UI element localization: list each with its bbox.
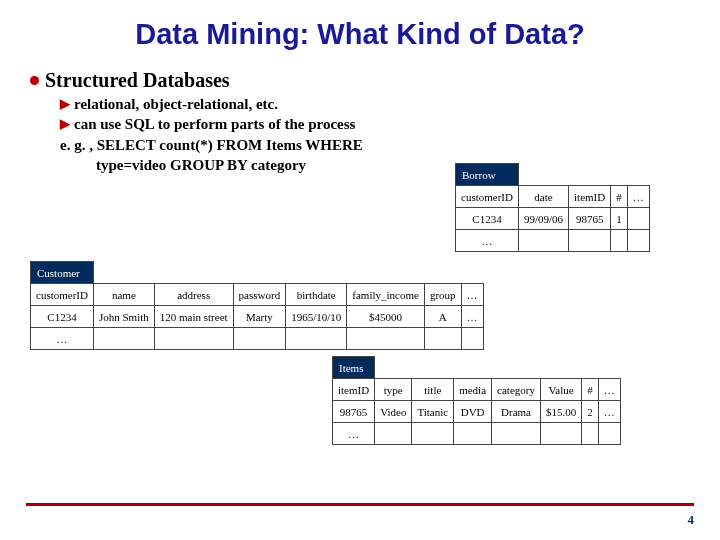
table-cell: C1234 <box>456 208 519 230</box>
table-cell: 120 main street <box>154 306 233 328</box>
table-header-cell: # <box>582 379 599 401</box>
table-row: … <box>31 328 484 350</box>
table-cell <box>375 423 412 445</box>
table-row: … <box>333 423 621 445</box>
table-header-cell: date <box>518 186 568 208</box>
table-header-cell: category <box>492 379 541 401</box>
arrow-icon: ▶ <box>60 95 70 113</box>
borrow-table: Borrow customerID date itemID # … C1234 … <box>455 163 650 252</box>
table-cell <box>233 328 286 350</box>
table-cell: 98765 <box>569 208 611 230</box>
table-cell <box>540 423 581 445</box>
table-cell: … <box>456 230 519 252</box>
table-cell <box>627 230 649 252</box>
sub-bullet: ▶ relational, object-relational, etc. <box>60 94 690 114</box>
table-cell <box>424 328 461 350</box>
table-header-cell: customerID <box>31 284 94 306</box>
table-header-cell: birthdate <box>286 284 347 306</box>
table-header-cell: … <box>598 379 620 401</box>
sub-bullet: ▶ can use SQL to perform parts of the pr… <box>60 114 690 134</box>
main-bullet-text: Structured Databases <box>45 69 230 92</box>
table-header-cell: name <box>93 284 154 306</box>
table-cell <box>492 423 541 445</box>
content-area: Structured Databases ▶ relational, objec… <box>0 51 720 175</box>
table-cell: Titanic <box>412 401 454 423</box>
example-line-1: e. g. , SELECT count(*) FROM Items WHERE <box>60 135 690 155</box>
table-row: … <box>456 230 650 252</box>
table-cell: Video <box>375 401 412 423</box>
tables-diagram: Borrow customerID date itemID # … C1234 … <box>0 181 720 481</box>
table-cell <box>611 230 628 252</box>
slide-title: Data Mining: What Kind of Data? <box>0 18 720 51</box>
table-cell: $15.00 <box>540 401 581 423</box>
table-cell: John Smith <box>93 306 154 328</box>
table-cell <box>154 328 233 350</box>
main-bullet: Structured Databases <box>30 69 690 92</box>
arrow-icon: ▶ <box>60 115 70 133</box>
bullet-dot-icon <box>30 76 39 85</box>
table-header-cell: group <box>424 284 461 306</box>
table-name-cell: Items <box>333 357 375 379</box>
table-cell: … <box>598 401 620 423</box>
table-header-row: itemID type title media category Value #… <box>333 379 621 401</box>
sub-bullet-list: ▶ relational, object-relational, etc. ▶ … <box>60 94 690 135</box>
table-cell: 1 <box>611 208 628 230</box>
table-header-cell: … <box>627 186 649 208</box>
table-header-cell: itemID <box>569 186 611 208</box>
table-header-cell: Value <box>540 379 581 401</box>
table-cell: Marty <box>233 306 286 328</box>
table-cell: DVD <box>454 401 492 423</box>
table-cell <box>627 208 649 230</box>
table-name-cell: Borrow <box>456 164 519 186</box>
table-header-row: customerID name address password birthda… <box>31 284 484 306</box>
table-header-cell: itemID <box>333 379 375 401</box>
table-header-cell: password <box>233 284 286 306</box>
sub-bullet-text: can use SQL to perform parts of the proc… <box>74 114 355 134</box>
table-cell: 99/09/06 <box>518 208 568 230</box>
table-cell: Drama <box>492 401 541 423</box>
footer-divider <box>26 503 694 506</box>
table-header-cell: … <box>461 284 483 306</box>
table-header-cell: customerID <box>456 186 519 208</box>
table-cell: 98765 <box>333 401 375 423</box>
table-header-row: customerID date itemID # … <box>456 186 650 208</box>
customer-table: Customer customerID name address passwor… <box>30 261 484 350</box>
table-cell <box>582 423 599 445</box>
table-header-cell: family_income <box>347 284 425 306</box>
table-cell: … <box>31 328 94 350</box>
table-cell <box>454 423 492 445</box>
table-cell: 1965/10/10 <box>286 306 347 328</box>
table-cell <box>461 328 483 350</box>
items-table: Items itemID type title media category V… <box>332 356 621 445</box>
table-row: 98765 Video Titanic DVD Drama $15.00 2 … <box>333 401 621 423</box>
table-cell <box>569 230 611 252</box>
table-cell: C1234 <box>31 306 94 328</box>
table-cell: 2 <box>582 401 599 423</box>
table-cell <box>598 423 620 445</box>
table-row: C1234 99/09/06 98765 1 <box>456 208 650 230</box>
table-cell: … <box>461 306 483 328</box>
sub-bullet-text: relational, object-relational, etc. <box>74 94 278 114</box>
table-header-cell: # <box>611 186 628 208</box>
table-row: C1234 John Smith 120 main street Marty 1… <box>31 306 484 328</box>
table-header-cell: media <box>454 379 492 401</box>
table-cell <box>347 328 425 350</box>
table-header-cell: address <box>154 284 233 306</box>
table-cell <box>412 423 454 445</box>
table-name-cell: Customer <box>31 262 94 284</box>
table-cell: $45000 <box>347 306 425 328</box>
table-cell <box>518 230 568 252</box>
table-cell <box>286 328 347 350</box>
table-cell: … <box>333 423 375 445</box>
table-cell <box>93 328 154 350</box>
table-header-cell: title <box>412 379 454 401</box>
table-header-cell: type <box>375 379 412 401</box>
table-cell: A <box>424 306 461 328</box>
page-number: 4 <box>688 512 695 528</box>
